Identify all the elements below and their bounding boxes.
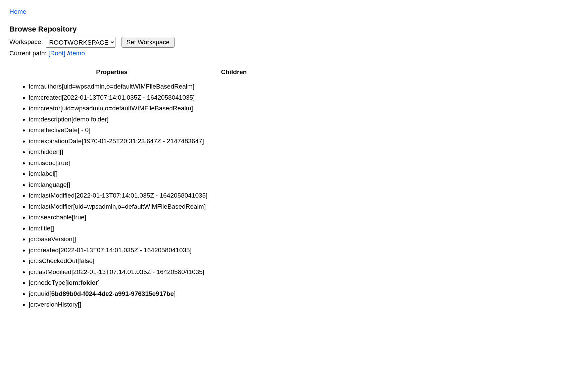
property-item: icm:isdoc[true] [29,158,207,169]
property-item: icm:lastModified[2022-01-13T07:14:01.035… [29,190,207,201]
property-name: icm:expirationDate [29,138,82,145]
current-path-row: Current path: [Root] /demo [9,50,579,57]
path-separator: / [65,50,69,57]
property-name: icm:description [29,116,71,123]
property-item: jcr:baseVersion[] [29,234,207,245]
property-value: demo folder [73,116,107,123]
home-link[interactable]: Home [9,8,27,15]
property-name: icm:title [29,225,50,232]
properties-column-heading: Properties [9,66,214,79]
content-table: Properties Children icm:authors[uid=wpsa… [9,66,253,310]
children-column-heading: Children [214,66,253,79]
top-nav: Home [9,8,579,15]
property-item: jcr:isCheckedOut[false] [29,256,207,267]
property-name: jcr:lastModified [29,268,71,275]
property-item: icm:language[] [29,179,207,191]
property-name: icm:label [29,170,54,177]
property-item: jcr:created[2022-01-13T07:14:01.035Z - 1… [29,245,207,256]
property-value: 2022-01-13T07:14:01.035Z - 1642058041035 [77,192,206,199]
property-value: uid=wpsadmin,o=defaultWIMFileBasedRealm [62,105,191,112]
property-name: icm:searchable [29,214,72,221]
property-name: jcr:versionHistory [29,301,78,308]
property-item: icm:expirationDate[1970-01-25T20:31:23.6… [29,136,207,147]
workspace-row: Workspace: ROOTWORKSPACE Set Workspace [9,37,579,48]
property-item: icm:label[] [29,168,207,179]
current-path-label: Current path: [9,50,47,57]
property-name: icm:creator [29,105,60,112]
property-value: - 0 [80,126,89,133]
workspace-label: Workspace: [9,38,43,45]
workspace-select[interactable]: ROOTWORKSPACE [46,37,115,48]
property-item: icm:description[demo folder] [29,114,207,125]
property-item: icm:creator[uid=wpsadmin,o=defaultWIMFil… [29,103,207,114]
property-item: jcr:versionHistory[] [29,299,207,310]
property-value: 2022-01-13T07:14:01.035Z - 1642058041035 [73,268,203,275]
property-name: jcr:baseVersion [29,235,72,243]
path-root-link[interactable]: [Root] [48,50,65,57]
property-item: jcr:nodeType[icm:folder] [29,277,207,288]
property-value: 2022-01-13T07:14:01.035Z - 1642058041035 [60,247,190,254]
property-value: 2022-01-13T07:14:01.035Z - 1642058041035 [63,94,193,101]
property-value: icm:folder [67,279,98,286]
property-value: uid=wpsadmin,o=defaultWIMFileBasedRealm [63,83,192,90]
property-item: icm:lastModifier[uid=wpsadmin,o=defaultW… [29,201,207,212]
property-name: jcr:created [29,247,59,254]
properties-list: icm:authors[uid=wpsadmin,o=defaultWIMFil… [9,81,207,310]
property-item: icm:authors[uid=wpsadmin,o=defaultWIMFil… [29,81,207,92]
property-name: icm:effectiveDate [29,126,78,133]
property-item: jcr:uuid[5bd89b0d-f024-4de2-a991-976315e… [29,288,207,300]
property-item: icm:hidden[] [29,147,207,158]
property-value: 5bd89b0d-f024-4de2-a991-976315e917be [51,290,174,297]
property-name: icm:language [29,181,67,188]
property-value: true [74,214,85,221]
property-name: jcr:uuid [29,290,49,297]
property-value: 1970-01-25T20:31:23.647Z - 2147483647 [84,138,202,145]
property-name: jcr:nodeType [29,279,65,286]
property-item: icm:title[] [29,223,207,234]
property-value: true [57,159,68,166]
property-name: jcr:isCheckedOut [29,257,78,264]
property-item: icm:searchable[true] [29,212,207,223]
path-node-link[interactable]: demo [69,50,85,57]
property-item: icm:effectiveDate[ - 0] [29,125,207,136]
set-workspace-button[interactable]: Set Workspace [121,37,175,48]
property-name: icm:lastModifier [29,203,73,210]
property-name: icm:hidden [29,148,60,155]
property-name: icm:isdoc [29,159,55,166]
property-name: icm:authors [29,83,62,90]
property-value: false [79,257,93,264]
property-value: uid=wpsadmin,o=defaultWIMFileBasedRealm [75,203,204,210]
property-name: icm:lastModified [29,192,75,199]
property-name: icm:created [29,94,62,101]
page-title: Browse Repository [9,25,579,34]
property-item: jcr:lastModified[2022-01-13T07:14:01.035… [29,267,207,278]
property-item: icm:created[2022-01-13T07:14:01.035Z - 1… [29,92,207,103]
